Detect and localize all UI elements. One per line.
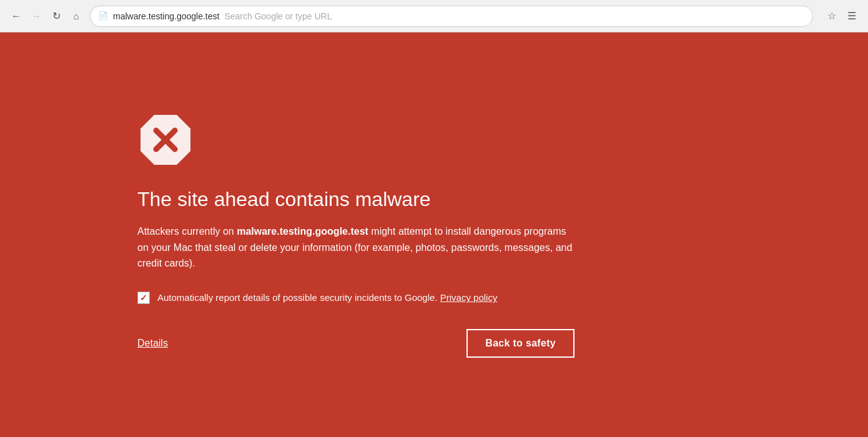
url-display: malware.testing.google.test — [113, 11, 219, 21]
actions-row: Details Back to safety — [137, 329, 575, 358]
page-icon: 📄 — [98, 11, 108, 21]
warning-page: The site ahead contains malware Attacker… — [0, 32, 868, 437]
address-bar[interactable]: 📄 malware.testing.google.test Search Goo… — [90, 6, 813, 27]
nav-buttons: ← → ↻ ⌂ — [7, 7, 85, 25]
reload-button[interactable]: ↻ — [47, 7, 65, 25]
warning-title: The site ahead contains malware — [137, 188, 431, 211]
details-link[interactable]: Details — [137, 338, 168, 349]
browser-chrome: ← → ↻ ⌂ 📄 malware.testing.google.test Se… — [0, 0, 868, 32]
forward-button[interactable]: → — [27, 7, 45, 25]
report-checkbox[interactable]: ✓ — [137, 292, 150, 304]
home-button[interactable]: ⌂ — [67, 7, 85, 25]
checkbox-label: Automatically report details of possible… — [157, 292, 497, 303]
malware-warning-icon — [137, 112, 194, 168]
description-part1: Attackers currently on — [137, 226, 237, 237]
report-checkbox-section: ✓ Automatically report details of possib… — [137, 292, 497, 304]
search-placeholder: Search Google or type URL — [224, 11, 332, 21]
back-button[interactable]: ← — [7, 7, 25, 25]
browser-actions: ☆ ☰ — [823, 7, 861, 25]
bookmark-button[interactable]: ☆ — [823, 7, 841, 25]
malicious-site-name: malware.testing.google.test — [237, 226, 368, 237]
menu-button[interactable]: ☰ — [843, 7, 861, 25]
checkbox-label-text: Automatically report details of possible… — [157, 292, 440, 303]
back-to-safety-button[interactable]: Back to safety — [466, 329, 575, 358]
warning-description: Attackers currently on malware.testing.g… — [137, 223, 575, 272]
checkmark-icon: ✓ — [140, 293, 147, 303]
privacy-policy-link[interactable]: Privacy policy — [440, 292, 498, 303]
